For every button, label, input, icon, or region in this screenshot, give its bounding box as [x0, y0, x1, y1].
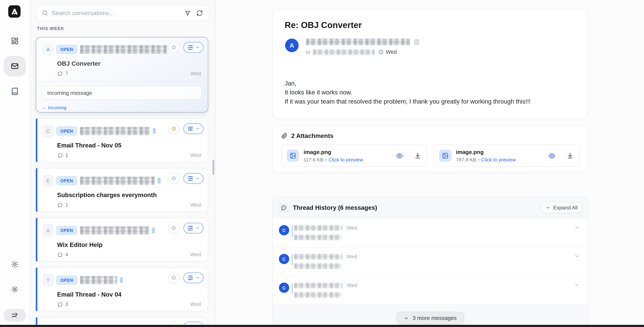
scrollbar-thumb[interactable] — [212, 160, 214, 175]
dashboard-grid-icon — [11, 37, 19, 45]
more-messages-button[interactable]: 3 more messages — [396, 312, 464, 324]
avatar: E — [43, 174, 54, 187]
search-input[interactable] — [52, 10, 180, 16]
redacted-sender — [80, 226, 149, 234]
email-body-line: Jan, — [285, 79, 588, 88]
avatar: A — [43, 224, 54, 236]
email-subject: Re: OBJ Converter — [273, 10, 588, 30]
attachment-name: image.png — [304, 149, 389, 155]
redacted-preview — [294, 292, 342, 298]
filter-button[interactable] — [184, 9, 192, 17]
conversation-card[interactable]: A OPEN — [36, 218, 208, 262]
attachment-tile[interactable]: image.png 117.6 KB • Click to preview — [281, 145, 427, 167]
thread-message-row[interactable]: C Wed — [273, 218, 588, 247]
separator-dot: • — [478, 156, 480, 162]
avatar: A — [43, 43, 54, 56]
email-card: Re: OBJ Converter A to — [272, 9, 588, 119]
attachment-tile[interactable]: image.png 787.8 KB • Click to preview — [434, 145, 580, 167]
conversation-card[interactable]: E OPEN — [36, 168, 208, 212]
conversation-list: A OPEN — [36, 37, 208, 327]
star-icon — [171, 275, 176, 280]
redacted-marker — [292, 254, 293, 266]
attachment-preview-link[interactable]: Click to preview — [481, 156, 516, 162]
comment-icon — [58, 252, 63, 258]
chevron-down-icon[interactable] — [574, 282, 580, 288]
image-file-icon — [439, 150, 451, 162]
incoming-direction-link[interactable]: ← Incoming — [42, 105, 66, 110]
thread-message-row[interactable]: C Wed — [273, 276, 588, 305]
status-badge: OPEN — [56, 126, 77, 136]
sun-icon — [11, 260, 19, 268]
screen-bottom-edge — [0, 325, 644, 327]
download-button[interactable] — [414, 152, 421, 159]
card-filter-dropdown[interactable] — [183, 123, 204, 134]
sliders-horizontal-icon — [187, 175, 194, 182]
sidebar-item-docs[interactable] — [11, 88, 19, 96]
conversation-card[interactable]: A OPEN — [36, 37, 208, 112]
sliders-horizontal-icon — [187, 225, 194, 231]
message-date: Wed — [347, 282, 357, 288]
chevron-down-icon[interactable] — [574, 225, 580, 230]
thread-message-row[interactable]: C Wed — [273, 247, 588, 276]
preview-button[interactable] — [548, 152, 555, 159]
preview-button[interactable] — [396, 152, 403, 159]
download-icon — [414, 152, 421, 159]
app-logo[interactable] — [8, 6, 20, 18]
paperclip-icon — [281, 133, 288, 139]
book-icon — [11, 88, 19, 96]
star-button[interactable] — [168, 123, 180, 134]
redacted-sender — [80, 45, 167, 54]
sidebar-item-dashboard[interactable] — [11, 37, 19, 45]
redacted-sender-name — [294, 225, 343, 231]
redacted-sender-name — [306, 39, 410, 45]
card-filter-dropdown[interactable] — [183, 173, 204, 184]
theme-toggle-button[interactable] — [11, 260, 19, 268]
settings-button[interactable] — [11, 286, 19, 293]
download-button[interactable] — [567, 152, 574, 159]
star-button[interactable] — [168, 172, 180, 184]
message-date: Wed — [347, 225, 357, 231]
star-button[interactable] — [168, 222, 180, 234]
redacted-recipient — [313, 49, 375, 55]
comment-count: 4 — [65, 252, 68, 258]
message-date: Wed — [347, 254, 357, 260]
expand-all-button[interactable]: Expand All — [541, 202, 582, 213]
star-button[interactable] — [168, 42, 180, 53]
conversation-card[interactable]: T OPEN — [36, 268, 208, 311]
attachment-name: image.png — [456, 149, 542, 155]
redacted-badge — [152, 228, 155, 233]
message-preview[interactable]: Incoming message — [42, 86, 202, 100]
app-sidebar — [0, 0, 30, 327]
more-messages-label: 3 more messages — [412, 315, 456, 321]
status-badge: OPEN — [56, 176, 77, 185]
avatar: C — [279, 254, 289, 264]
filter-funnel-icon — [184, 10, 191, 16]
attachments-card: 2 Attachments image.png 117.6 KB • — [272, 126, 588, 173]
image-file-icon — [287, 150, 299, 162]
card-filter-dropdown[interactable] — [183, 272, 204, 283]
attachment-size: 117.6 KB — [304, 156, 324, 162]
redacted-sender — [80, 276, 117, 284]
comment-count: 1 — [65, 152, 68, 158]
redacted-preview — [294, 234, 342, 240]
comment-icon — [58, 71, 63, 76]
section-label: THIS WEEK — [37, 26, 64, 31]
status-badge: OPEN — [56, 226, 77, 235]
chevron-down-icon[interactable] — [574, 254, 580, 259]
star-button[interactable] — [168, 272, 180, 284]
refresh-button[interactable] — [196, 9, 204, 17]
redacted-marker — [292, 283, 293, 294]
star-icon — [171, 44, 176, 50]
redacted-preview — [294, 263, 342, 269]
redacted-sender — [80, 127, 150, 135]
expand-sidebar-icon — [11, 312, 18, 319]
attachment-preview-link[interactable]: Click to preview — [328, 156, 363, 162]
sidebar-item-inbox[interactable] — [4, 56, 26, 76]
card-filter-dropdown[interactable] — [183, 222, 204, 234]
conversation-card[interactable]: C OPEN — [36, 118, 208, 162]
sender-avatar: A — [285, 39, 299, 52]
expand-sidebar-button[interactable] — [4, 309, 26, 322]
conversation-date: Wed — [190, 202, 201, 208]
card-filter-dropdown[interactable] — [183, 42, 204, 53]
logo-mark-icon — [10, 8, 18, 16]
